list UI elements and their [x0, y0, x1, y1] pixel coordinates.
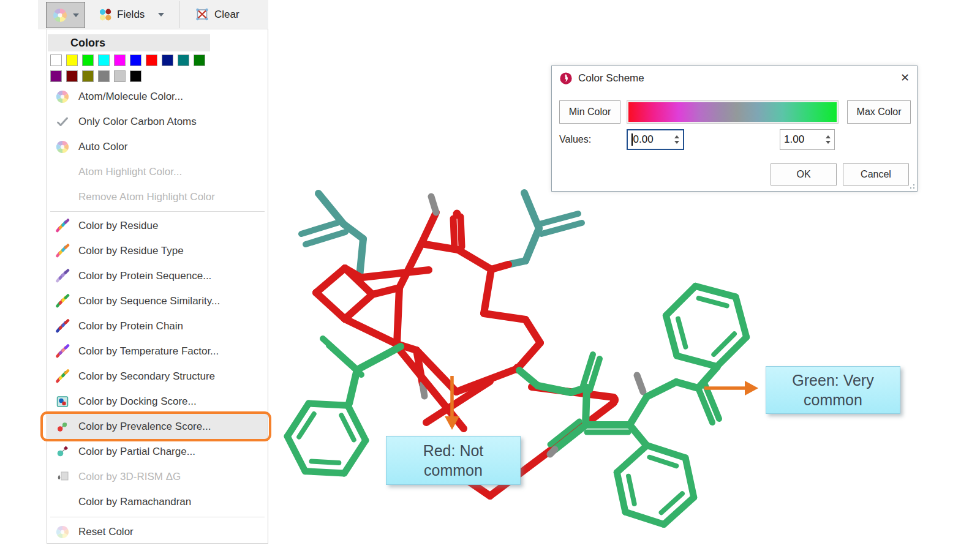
color-swatch[interactable] [130, 54, 141, 66]
color-swatch[interactable] [162, 54, 173, 66]
color-wheel-icon [52, 7, 68, 23]
menu-item-auto-color[interactable]: Auto Color [47, 134, 268, 159]
spinner-down-icon[interactable] [826, 141, 831, 144]
clear-button[interactable]: Clear [195, 2, 239, 27]
color-swatch[interactable] [66, 54, 78, 66]
menu-item-color-by-3d-rism-g: Color by 3D-RISM ΔG [47, 464, 268, 489]
toolbar: Fields Clear [38, 0, 268, 29]
menu-item-label: Atom/Molecule Color... [78, 91, 183, 103]
helix-greenred-icon [55, 294, 70, 309]
swatch-grid [50, 54, 205, 66]
menu-item-label: Color by Secondary Structure [78, 370, 215, 383]
min-color-button[interactable]: Min Color [559, 100, 620, 124]
charge-icon [55, 444, 70, 459]
color-swatch[interactable] [114, 70, 126, 82]
menu-item-color-by-temperature-factor[interactable]: Color by Temperature Factor... [47, 339, 268, 364]
helix-multi2-icon [55, 244, 70, 258]
color-swatch[interactable] [130, 70, 141, 82]
colors-dropdown-menu: Colors Atom/Molecule Color...Only Color … [47, 29, 268, 544]
spinner[interactable] [826, 135, 831, 144]
chevron-down-icon [158, 13, 164, 17]
fields-button[interactable]: Fields [99, 2, 164, 27]
menu-item-reset-color[interactable]: Reset Color [47, 519, 268, 544]
text-caret [631, 133, 633, 146]
resize-grip[interactable] [913, 187, 914, 189]
color-swatch[interactable] [82, 54, 94, 66]
menu-item-label: Color by Docking Score... [78, 395, 197, 408]
menu-item-color-by-protein-chain[interactable]: Color by Protein Chain [47, 313, 268, 339]
gradient-frame [627, 100, 839, 124]
dialog-titlebar[interactable]: Color Scheme [552, 66, 917, 91]
color-swatch[interactable] [98, 54, 110, 66]
check-icon [55, 114, 70, 129]
helix-multi-icon [55, 219, 70, 233]
menu-item-color-by-partial-charge[interactable]: Color by Partial Charge... [47, 439, 268, 464]
spinner-up-icon[interactable] [674, 135, 679, 138]
flare-logo-icon [559, 72, 573, 85]
menu-item-label: Color by Ramachandran [78, 496, 191, 508]
clear-label: Clear [214, 9, 239, 21]
callout-text: Red: Not [423, 441, 484, 461]
helix-rgy-icon [55, 369, 70, 384]
menu-item-label: Color by Protein Chain [78, 320, 183, 332]
spinner-up-icon[interactable] [826, 135, 831, 138]
menu-item-color-by-secondary-structure[interactable]: Color by Secondary Structure [47, 364, 268, 389]
menu-item-remove-atom-highlight-color: Remove Atom Highlight Color [47, 184, 268, 209]
ok-button[interactable]: OK [771, 163, 837, 186]
prevalence-icon [55, 419, 70, 434]
color-menu-button[interactable] [46, 2, 85, 28]
menu-item-color-by-protein-sequence[interactable]: Color by Protein Sequence... [47, 263, 268, 288]
color-swatch[interactable] [146, 54, 157, 66]
menu-item-atom-molecule-color[interactable]: Atom/Molecule Color... [47, 84, 268, 109]
menu-item-label: Color by Sequence Similarity... [78, 295, 220, 307]
color-swatch[interactable] [178, 54, 189, 66]
spinner[interactable] [674, 135, 679, 144]
menu-item-label: Color by Temperature Factor... [78, 345, 219, 358]
chevron-down-icon [73, 13, 79, 17]
max-color-button[interactable]: Max Color [847, 100, 911, 124]
callout-text: common [804, 390, 862, 410]
menu-separator [47, 514, 268, 519]
callout-green-very-common: Green: Very common [766, 366, 900, 414]
values-label: Values: [559, 129, 591, 150]
icon-spacer [55, 165, 70, 179]
menu-header: Colors [48, 34, 210, 51]
menu-item-color-by-ramachandran[interactable]: Color by Ramachandran [47, 489, 268, 514]
color-swatch[interactable] [50, 70, 62, 82]
toolbar-separator [179, 1, 180, 28]
swatch-grid [50, 70, 141, 82]
menu-item-label: Color by Residue [78, 220, 158, 232]
color-swatch[interactable] [114, 54, 126, 66]
color-swatch[interactable] [98, 70, 110, 82]
app-window: Fields Clear Colors Atom/Molecule Color.… [0, 0, 980, 551]
cancel-button[interactable]: Cancel [843, 163, 909, 186]
icon-spacer [55, 495, 70, 509]
menu-item-color-by-sequence-similarity[interactable]: Color by Sequence Similarity... [47, 288, 268, 313]
menu-item-color-by-residue-type[interactable]: Color by Residue Type [47, 238, 268, 263]
menu-item-atom-highlight-color: Atom Highlight Color... [47, 159, 268, 184]
max-value-input[interactable]: 1.00 [780, 129, 835, 150]
menu-item-label: Color by Protein Sequence... [78, 270, 211, 282]
close-icon[interactable]: ✕ [900, 71, 910, 84]
menu-item-color-by-residue[interactable]: Color by Residue [47, 213, 268, 238]
color-swatch[interactable] [82, 70, 94, 82]
dialog-title: Color Scheme [578, 72, 644, 84]
menu-item-color-by-docking-score[interactable]: Color by Docking Score... [47, 389, 268, 414]
menu-items: Atom/Molecule Color...Only Color Carbon … [47, 84, 268, 544]
color-scheme-dialog: Color Scheme ✕ Min Color Max Color Value… [551, 66, 918, 192]
menu-item-color-by-prevalence-score[interactable]: Color by Prevalence Score... [47, 414, 268, 439]
molecule-viewport[interactable] [270, 165, 772, 545]
callout-red-not-common: Red: Not common [386, 436, 521, 485]
color-swatch[interactable] [66, 70, 78, 82]
spinner-down-icon[interactable] [674, 141, 679, 144]
color-wheel-icon [55, 140, 70, 154]
color-swatch[interactable] [194, 54, 205, 66]
helix-purple-icon [55, 269, 70, 283]
clear-icon [195, 7, 209, 22]
max-value: 1.00 [784, 133, 826, 146]
color-swatch[interactable] [50, 54, 62, 66]
menu-item-only-color-carbon-atoms[interactable]: Only Color Carbon Atoms [47, 109, 268, 134]
min-value-input[interactable]: 0.00 [627, 129, 684, 150]
color-wheel-icon [55, 89, 70, 104]
min-value: 0.00 [633, 133, 675, 146]
